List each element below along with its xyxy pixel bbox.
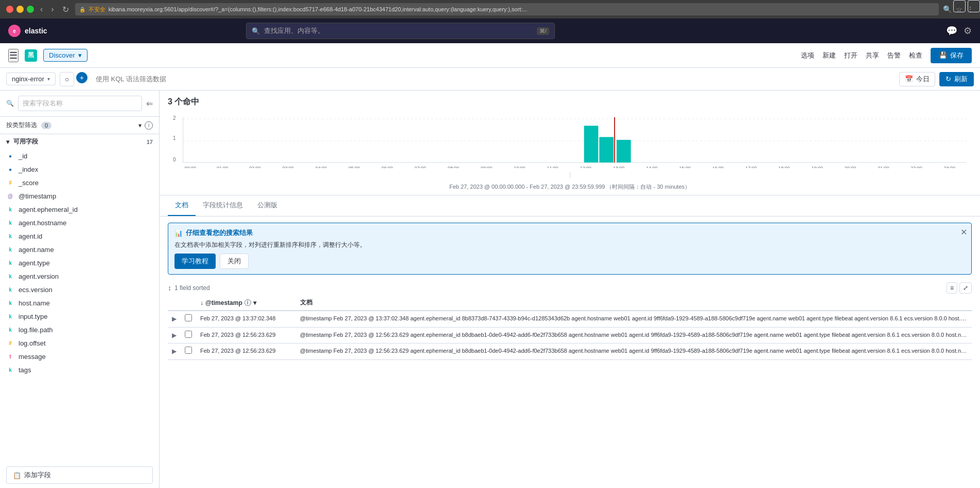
expand-row-icon[interactable]: ▶ xyxy=(172,348,177,355)
field-item[interactable]: ● _index xyxy=(0,162,159,176)
hamburger-menu-btn[interactable]: ☰ xyxy=(8,49,19,62)
reload-btn[interactable]: ↻ xyxy=(60,4,71,15)
field-item[interactable]: # log.offset xyxy=(0,336,159,350)
hits-count: 3 个命中 xyxy=(168,97,199,107)
sidebar: 🔍 搜索字段名称 ⇐ 按类型筛选 0 ▾ i ▾ 可用字段 17 ● _id xyxy=(0,91,160,488)
filter-type-label: 按类型筛选 xyxy=(6,121,37,130)
field-item[interactable]: k agent.ephemeral_id xyxy=(0,203,159,216)
share-btn[interactable]: 共享 xyxy=(866,51,879,60)
banner-close-action-btn[interactable]: 关闭 xyxy=(220,254,249,269)
index-selector[interactable]: nginx-error ▾ xyxy=(6,73,56,85)
elastic-logo[interactable]: e elastic xyxy=(8,25,47,37)
row-content: @timestamp Feb 27, 2023 @ 12:56:23.629 a… xyxy=(296,327,972,344)
row-expand-cell[interactable]: ▶ xyxy=(168,327,181,344)
field-item[interactable]: t message xyxy=(0,350,159,363)
svg-text:03:00: 03:00 xyxy=(282,165,293,168)
kibana-topbar: e elastic 🔍 查找应用、内容等。 ⌘/ 💬 ⚙ xyxy=(0,19,980,43)
svg-text:20:00: 20:00 xyxy=(845,165,856,168)
discover-chevron-icon: ▾ xyxy=(78,51,82,59)
plus-icon: + xyxy=(80,74,84,82)
app-icon: 黑 xyxy=(25,49,37,62)
field-item[interactable]: k agent.name xyxy=(0,243,159,256)
row-select-cell[interactable] xyxy=(181,344,196,360)
banner-close-btn[interactable]: ✕ xyxy=(960,227,967,237)
row-timestamp: Feb 27, 2023 @ 13:37:02.348 xyxy=(196,311,296,327)
kql-query-input[interactable] xyxy=(92,75,895,83)
field-item[interactable]: k input.type xyxy=(0,310,159,323)
open-btn[interactable]: 打开 xyxy=(844,51,857,60)
filter-circle-btn[interactable]: ○ xyxy=(60,72,74,86)
expand-row-icon[interactable]: ▶ xyxy=(172,315,177,322)
tab-field-stats[interactable]: 字段统计信息 xyxy=(196,195,250,216)
field-item[interactable]: k agent.version xyxy=(0,269,159,283)
field-item[interactable]: ● _id xyxy=(0,149,159,162)
tab-documents[interactable]: 文档 xyxy=(168,195,196,216)
tab-beta[interactable]: 公测版 xyxy=(250,195,285,216)
row-select-cell[interactable] xyxy=(181,311,196,327)
row-select-cell[interactable] xyxy=(181,327,196,344)
row-checkbox[interactable] xyxy=(185,347,192,354)
svg-text:14:00: 14:00 xyxy=(646,165,657,168)
inspect-btn[interactable]: 检查 xyxy=(909,51,922,60)
maximize-window-btn[interactable] xyxy=(27,6,34,13)
available-fields-header: ▾ 可用字段 17 xyxy=(0,134,159,149)
browser-search-icon[interactable]: 🔍 xyxy=(943,5,952,13)
field-item[interactable]: k agent.type xyxy=(0,256,159,269)
url-bar[interactable]: 🔒 不安全 kibana.mooreyxia.org:5601/app/disc… xyxy=(75,3,939,15)
kibana-global-search[interactable]: 🔍 查找应用、内容等。 ⌘/ xyxy=(246,23,555,39)
back-btn[interactable]: ‹ xyxy=(38,4,45,15)
expand-row-icon[interactable]: ▶ xyxy=(172,332,177,339)
add-filter-btn[interactable]: + xyxy=(76,72,87,83)
kibana-topbar-right: 💬 ⚙ xyxy=(946,25,972,37)
forward-btn[interactable]: › xyxy=(49,4,56,15)
discover-nav-btn[interactable]: Discover ▾ xyxy=(43,49,87,62)
bar-12h xyxy=(584,126,599,163)
available-fields-count: 17 xyxy=(147,139,153,145)
tabs-bar: 文档 字段统计信息 公测版 xyxy=(160,195,980,216)
field-item[interactable]: k agent.hostname xyxy=(0,216,159,229)
row-expand-cell[interactable]: ▶ xyxy=(168,311,181,327)
row-expand-cell[interactable]: ▶ xyxy=(168,344,181,360)
date-picker-btn[interactable]: 📅 今日 xyxy=(899,72,935,86)
filter-info-icon[interactable]: i xyxy=(145,121,153,130)
settings-icon[interactable]: ⚙ xyxy=(964,25,972,37)
new-btn[interactable]: 新建 xyxy=(822,51,836,60)
field-item[interactable]: @ @timestamp xyxy=(0,189,159,203)
kibana-search-placeholder: 查找应用、内容等。 xyxy=(264,26,324,35)
table-row: ▶ Feb 27, 2023 @ 12:56:23.629 @timestamp… xyxy=(168,344,972,360)
add-field-btn[interactable]: 📋 添加字段 xyxy=(6,466,153,484)
options-btn[interactable]: 选项 xyxy=(801,51,814,60)
columns-view-toggle[interactable]: ≡ xyxy=(947,282,957,294)
timestamp-col-header[interactable]: ↓ @timestamp i ▾ xyxy=(196,295,296,311)
field-item[interactable]: k ecs.version xyxy=(0,283,159,296)
field-item[interactable]: k log.file.path xyxy=(0,323,159,336)
help-icon[interactable]: 💬 xyxy=(946,25,957,37)
sidebar-collapse-icon[interactable]: ⇐ xyxy=(146,99,153,109)
svg-text:23:00: 23:00 xyxy=(944,165,955,168)
field-name: log.offset xyxy=(19,339,46,347)
drag-handle[interactable]: ⁞ xyxy=(168,168,972,181)
select-col-header xyxy=(181,295,196,311)
available-fields-label: 可用字段 xyxy=(13,137,38,146)
close-window-btn[interactable] xyxy=(6,6,13,13)
doc-col-header: 文档 xyxy=(296,295,972,311)
tutorial-btn[interactable]: 学习教程 xyxy=(174,254,216,269)
alerts-btn[interactable]: 告警 xyxy=(887,51,901,60)
expand-all-toggle[interactable]: ⤢ xyxy=(959,282,972,294)
field-item[interactable]: k host.name xyxy=(0,296,159,310)
save-btn[interactable]: 💾 保存 xyxy=(931,48,972,63)
table-body: ▶ Feb 27, 2023 @ 13:37:02.348 @timestamp… xyxy=(168,311,972,359)
refresh-btn[interactable]: ↻ 刷新 xyxy=(939,72,974,86)
security-icon: 🔒 xyxy=(79,7,85,12)
field-search-input[interactable]: 搜索字段名称 xyxy=(18,96,142,111)
timestamp-info-icon[interactable]: i xyxy=(244,299,251,306)
minimize-window-btn[interactable] xyxy=(16,6,24,13)
field-item[interactable]: # _score xyxy=(0,176,159,189)
filter-expand-btn[interactable]: ▾ i xyxy=(138,121,153,130)
row-checkbox[interactable] xyxy=(185,331,192,338)
row-content: @timestamp Feb 27, 2023 @ 12:56:23.629 a… xyxy=(296,344,972,360)
row-checkbox[interactable] xyxy=(185,314,192,321)
field-item[interactable]: k agent.id xyxy=(0,229,159,243)
table-section: ↕ 1 field sorted ≡ ⤢ ↓ xyxy=(160,281,980,368)
field-item[interactable]: k tags xyxy=(0,363,159,376)
